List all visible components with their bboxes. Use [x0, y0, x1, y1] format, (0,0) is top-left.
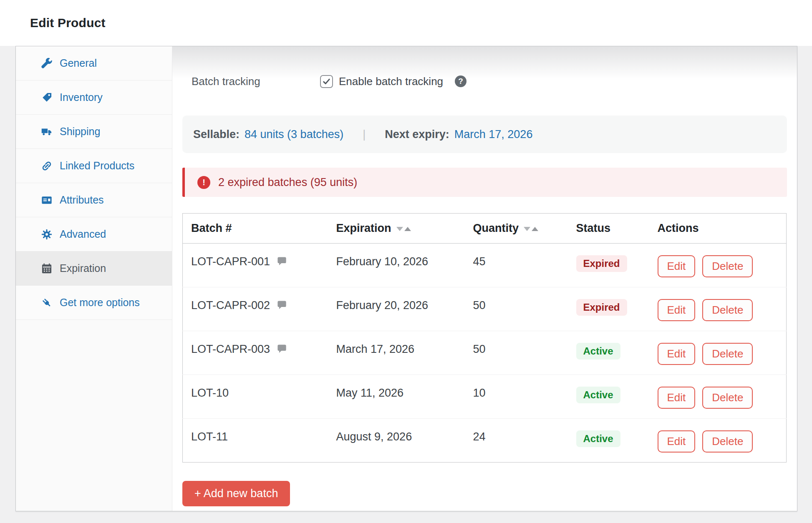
quantity-cell: 50 — [465, 331, 568, 375]
sidebar-item-attributes[interactable]: Attributes — [16, 183, 172, 217]
batch-number: LOT-CAPR-001 — [191, 255, 270, 268]
sidebar-item-label: Get more options — [60, 297, 140, 309]
sidebar-item-linked-products[interactable]: Linked Products — [16, 149, 172, 183]
next-expiry-label: Next expiry: — [385, 128, 449, 141]
table-row: LOT-10May 11, 202610ActiveEditDelete — [183, 375, 787, 419]
expiration-cell: February 20, 2026 — [328, 287, 465, 331]
note-comment-icon[interactable] — [276, 299, 287, 311]
edit-product-panel: GeneralInventoryShippingLinked ProductsA… — [15, 46, 797, 511]
sort-icons-quantity[interactable] — [524, 227, 538, 231]
enable-batch-checkbox[interactable] — [320, 75, 333, 88]
status-cell: Active — [568, 331, 649, 375]
sidebar-item-label: Inventory — [60, 91, 103, 103]
sidebar-item-get-more-options[interactable]: Get more options — [16, 286, 172, 320]
batch-cell: LOT-CAPR-001 — [183, 244, 328, 287]
actions-cell: EditDelete — [649, 244, 787, 287]
add-new-batch-button[interactable]: + Add new batch — [182, 481, 290, 506]
status-badge: Expired — [576, 255, 627, 272]
batch-cell: LOT-CAPR-002 — [183, 287, 328, 331]
enable-batch-tracking-label: Enable batch tracking — [339, 75, 443, 88]
edit-button[interactable]: Edit — [658, 299, 696, 321]
sidebar-item-shipping[interactable]: Shipping — [16, 115, 172, 149]
sidebar-item-inventory[interactable]: Inventory — [16, 80, 172, 115]
quantity-cell: 50 — [465, 287, 568, 331]
sidebar-item-label: Attributes — [60, 194, 104, 206]
truck-icon — [41, 126, 53, 138]
delete-button[interactable]: Delete — [702, 343, 753, 365]
status-badge: Active — [576, 343, 620, 360]
status-cell: Expired — [568, 244, 649, 287]
edit-button[interactable]: Edit — [658, 387, 696, 409]
delete-button[interactable]: Delete — [702, 255, 753, 277]
sidebar-item-advanced[interactable]: Advanced — [16, 217, 172, 251]
sidebar-item-label: Shipping — [60, 126, 100, 138]
edit-button[interactable]: Edit — [658, 430, 696, 453]
gear-icon — [41, 229, 53, 240]
table-row: LOT-CAPR-001February 10, 202645ExpiredEd… — [183, 244, 787, 287]
wrench-icon — [41, 58, 53, 69]
table-header-row: Batch # Expiration Quantity Status Actio… — [183, 214, 787, 244]
quantity-cell: 10 — [465, 375, 568, 419]
batch-cell: LOT-CAPR-003 — [183, 331, 328, 375]
batch-table: Batch # Expiration Quantity Status Actio… — [182, 213, 787, 463]
actions-cell: EditDelete — [649, 419, 787, 463]
tag-icon — [41, 92, 53, 103]
status-cell: Active — [568, 375, 649, 419]
sidebar-item-label: Linked Products — [60, 160, 134, 172]
next-expiry-value: March 17, 2026 — [454, 128, 533, 141]
delete-button[interactable]: Delete — [702, 299, 753, 321]
sort-asc-icon — [404, 227, 411, 231]
note-comment-icon[interactable] — [276, 343, 287, 355]
enable-batch-tracking-control[interactable]: Enable batch tracking — [320, 75, 443, 88]
expired-batches-alert: ! 2 expired batches (95 units) — [182, 168, 787, 197]
top-header: Edit Product — [0, 0, 812, 46]
note-comment-icon[interactable] — [276, 256, 287, 267]
expiration-cell: March 17, 2026 — [328, 331, 465, 375]
calendar-icon — [41, 263, 53, 274]
status-badge: Expired — [576, 299, 627, 316]
column-header-status: Status — [568, 214, 649, 244]
expiration-cell: February 10, 2026 — [328, 244, 465, 287]
sort-asc-icon — [532, 227, 538, 231]
alert-exclamation-icon: ! — [197, 176, 210, 189]
quantity-cell: 45 — [465, 244, 568, 287]
table-row: LOT-11August 9, 202624ActiveEditDelete — [183, 419, 787, 463]
sellable-value: 84 units (3 batches) — [245, 128, 343, 141]
column-header-quantity[interactable]: Quantity — [465, 214, 568, 244]
expiration-cell: August 9, 2026 — [328, 419, 465, 463]
delete-button[interactable]: Delete — [702, 387, 753, 409]
status-cell: Expired — [568, 287, 649, 331]
column-header-expiration[interactable]: Expiration — [328, 214, 465, 244]
column-header-batch: Batch # — [183, 214, 328, 244]
sort-desc-icon — [524, 227, 530, 231]
batch-tracking-field: Batch tracking Enable batch tracking ? — [182, 73, 787, 90]
sidebar-item-general[interactable]: General — [16, 46, 172, 80]
sort-desc-icon — [396, 227, 403, 231]
actions-cell: EditDelete — [649, 331, 787, 375]
edit-button[interactable]: Edit — [658, 343, 696, 365]
card-icon — [41, 194, 53, 206]
batch-number: LOT-10 — [191, 387, 229, 399]
quantity-cell: 24 — [465, 419, 568, 463]
status-badge: Active — [576, 387, 620, 403]
stock-summary-bar: Sellable: 84 units (3 batches) | Next ex… — [182, 116, 787, 153]
delete-button[interactable]: Delete — [702, 430, 753, 453]
sort-icons-expiration[interactable] — [396, 227, 411, 231]
sidebar: GeneralInventoryShippingLinked ProductsA… — [16, 46, 172, 511]
table-row: LOT-CAPR-003March 17, 202650ActiveEditDe… — [183, 331, 787, 375]
batch-cell: LOT-10 — [183, 375, 328, 419]
help-question-icon[interactable]: ? — [455, 75, 467, 87]
actions-cell: EditDelete — [649, 375, 787, 419]
status-cell: Active — [568, 419, 649, 463]
sellable-label: Sellable: — [193, 128, 240, 141]
column-header-actions: Actions — [649, 214, 787, 244]
edit-button[interactable]: Edit — [658, 255, 696, 277]
batch-cell: LOT-11 — [183, 419, 328, 463]
expiration-cell: May 11, 2026 — [328, 375, 465, 419]
sidebar-item-expiration[interactable]: Expiration — [16, 251, 172, 286]
batch-number: LOT-11 — [191, 430, 228, 443]
checkmark-icon — [322, 77, 331, 86]
link-icon — [41, 160, 53, 172]
batch-number: LOT-CAPR-002 — [191, 299, 270, 312]
plug-icon — [41, 297, 53, 309]
